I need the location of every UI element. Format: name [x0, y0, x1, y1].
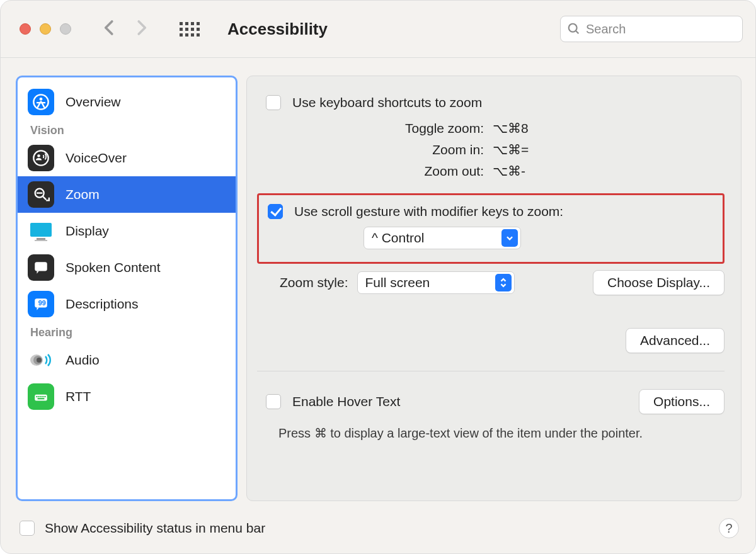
body: Overview Vision VoiceOver Zoom Display: [1, 58, 755, 501]
sidebar-item-label: Display: [66, 223, 109, 239]
highlighted-section: Use scroll gesture with modifier keys to…: [257, 193, 724, 264]
footer: Show Accessibility status in menu bar: [20, 521, 265, 536]
sidebar-item-label: Spoken Content: [66, 260, 161, 275]
window-controls: [20, 23, 71, 35]
zoom-out-label: Zoom out:: [257, 161, 484, 182]
window-title: Accessibility: [227, 20, 328, 39]
svg-point-15: [37, 358, 42, 363]
shortcut-list: Toggle zoom:⌥⌘8 Zoom in:⌥⌘= Zoom out:⌥⌘-: [257, 118, 724, 182]
minimize-window[interactable]: [40, 23, 51, 35]
voiceover-icon: [28, 145, 54, 171]
zoom-style-select[interactable]: Full screen: [357, 271, 515, 294]
hover-hint: Press ⌘ to display a large-text view of …: [278, 426, 724, 441]
advanced-button[interactable]: Advanced...: [626, 328, 724, 353]
modifier-key-select[interactable]: ^ Control: [364, 227, 521, 249]
spoken-content-icon: [28, 254, 54, 281]
scroll-gesture-label: Use scroll gesture with modifier keys to…: [294, 204, 563, 219]
svg-rect-9: [35, 240, 47, 241]
svg-rect-17: [36, 396, 37, 397]
toggle-zoom-label: Toggle zoom:: [257, 118, 484, 139]
svg-point-5: [37, 154, 40, 157]
svg-rect-20: [42, 396, 43, 397]
audio-icon: [28, 347, 54, 373]
svg-rect-16: [35, 395, 47, 401]
rtt-icon: [28, 383, 54, 410]
statusbar-label: Show Accessibility status in menu bar: [45, 521, 265, 536]
svg-point-0: [569, 24, 577, 32]
updown-stepper-icon: [495, 274, 512, 291]
svg-rect-19: [40, 396, 42, 397]
kbd-shortcuts-checkbox[interactable]: [266, 95, 281, 110]
svg-line-1: [576, 31, 579, 34]
overview-icon: [28, 89, 54, 115]
preferences-window: Accessibility Search Overview Vision Voi…: [0, 0, 756, 554]
sidebar-item-voiceover[interactable]: VoiceOver: [18, 140, 236, 176]
nav-arrows: [100, 18, 151, 40]
help-label: ?: [725, 521, 732, 536]
show-all-button[interactable]: [180, 22, 200, 37]
section-hearing: Hearing: [18, 322, 236, 342]
sidebar-item-label: RTT: [66, 389, 91, 404]
zoom-icon: [28, 181, 54, 208]
hover-options-button[interactable]: Options...: [639, 389, 724, 414]
svg-point-3: [40, 98, 43, 101]
svg-rect-7: [30, 223, 52, 237]
sidebar-item-audio[interactable]: Audio: [18, 342, 236, 378]
hover-options-label: Options...: [653, 394, 710, 409]
sidebar-item-descriptions[interactable]: 99 Descriptions: [18, 286, 236, 322]
zoom-style-value: Full screen: [365, 275, 430, 290]
svg-rect-22: [38, 398, 45, 399]
sidebar: Overview Vision VoiceOver Zoom Display: [16, 76, 238, 501]
modifier-key-value: ^ Control: [372, 230, 424, 246]
svg-rect-18: [38, 396, 40, 397]
zoom-out-keys: ⌥⌘-: [493, 161, 525, 182]
svg-rect-8: [37, 238, 45, 240]
chevron-down-icon: [501, 229, 518, 247]
sidebar-item-overview[interactable]: Overview: [18, 84, 236, 120]
kbd-shortcuts-label: Use keyboard shortcuts to zoom: [292, 95, 482, 110]
section-divider: [257, 371, 724, 371]
zoom-in-label: Zoom in:: [257, 139, 484, 161]
sidebar-item-rtt[interactable]: RTT: [18, 378, 236, 415]
zoom-style-label: Zoom style:: [280, 275, 348, 290]
back-button[interactable]: [100, 18, 119, 40]
hover-text-label: Enable Hover Text: [292, 394, 400, 409]
statusbar-checkbox[interactable]: [20, 521, 35, 536]
sidebar-item-label: Zoom: [66, 187, 100, 202]
scroll-gesture-checkbox[interactable]: [268, 204, 283, 219]
search-placeholder: Search: [586, 22, 626, 37]
sidebar-item-spoken[interactable]: Spoken Content: [18, 249, 236, 286]
svg-rect-10: [35, 262, 47, 271]
toggle-zoom-keys: ⌥⌘8: [493, 118, 529, 139]
sidebar-item-label: Audio: [66, 353, 100, 368]
sidebar-item-display[interactable]: Display: [18, 213, 236, 249]
zoom-window[interactable]: [60, 23, 71, 35]
search-field[interactable]: Search: [560, 16, 743, 42]
svg-rect-21: [44, 396, 45, 397]
help-button[interactable]: ?: [719, 518, 739, 538]
section-vision: Vision: [18, 120, 236, 140]
sidebar-item-label: Descriptions: [66, 297, 139, 312]
zoom-in-keys: ⌥⌘=: [493, 139, 529, 161]
choose-display-label: Choose Display...: [607, 275, 710, 290]
titlebar: Accessibility Search: [1, 1, 755, 57]
svg-text:99: 99: [38, 299, 46, 307]
display-icon: [28, 218, 54, 244]
advanced-label: Advanced...: [640, 333, 710, 348]
search-icon: [567, 22, 581, 36]
descriptions-icon: 99: [28, 291, 54, 317]
forward-button[interactable]: [132, 18, 151, 40]
hover-text-checkbox[interactable]: [266, 394, 281, 409]
choose-display-button[interactable]: Choose Display...: [593, 270, 724, 295]
close-window[interactable]: [20, 23, 31, 35]
sidebar-item-zoom[interactable]: Zoom: [18, 176, 236, 213]
sidebar-item-label: Overview: [66, 94, 121, 110]
sidebar-item-label: VoiceOver: [66, 150, 127, 166]
content-pane: Use keyboard shortcuts to zoom Toggle zo…: [246, 76, 742, 501]
